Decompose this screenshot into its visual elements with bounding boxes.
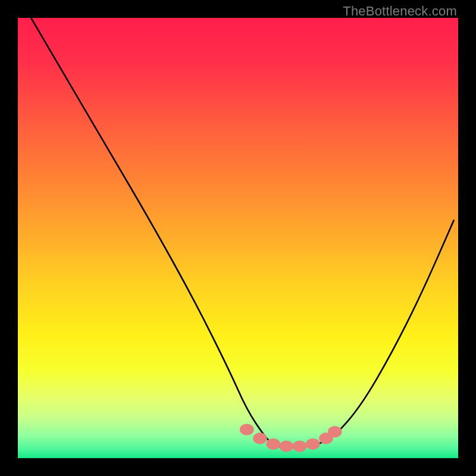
chart-frame: TheBottleneck.com xyxy=(0,0,476,476)
plot-area xyxy=(18,18,458,458)
watermark-text: TheBottleneck.com xyxy=(343,4,457,19)
bottleneck-curve xyxy=(18,18,458,458)
